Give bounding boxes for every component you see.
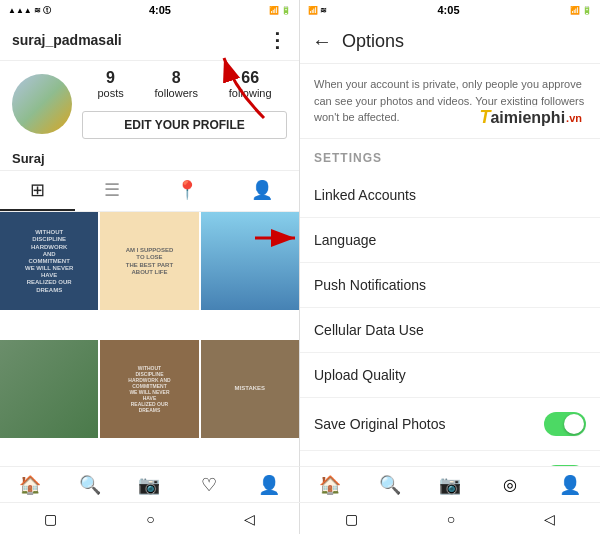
save-photos-toggle[interactable] <box>544 412 586 436</box>
avatar <box>12 74 72 134</box>
following-stat: 66 following <box>229 69 272 99</box>
language-item[interactable]: Language <box>300 218 600 263</box>
search-button[interactable]: 🔍 <box>60 467 120 502</box>
save-videos-toggle[interactable] <box>544 465 586 467</box>
tab-location[interactable]: 📍 <box>150 171 225 211</box>
photo-cell-3[interactable] <box>201 212 299 310</box>
more-icon[interactable]: ⋮ <box>267 28 287 52</box>
profile-username: suraj_padmasali <box>12 32 122 48</box>
photo-cell-6[interactable]: MISTAKES <box>201 340 299 438</box>
camera-button-right[interactable]: 📷 <box>420 474 480 496</box>
back-button[interactable]: ← <box>312 30 332 53</box>
cellular-data-item[interactable]: Cellular Data Use <box>300 308 600 353</box>
back-button-left[interactable]: ◁ <box>244 511 255 527</box>
tab-tagged[interactable]: 👤 <box>224 171 299 211</box>
heart-button[interactable]: ♡ <box>179 467 239 502</box>
upload-quality-item[interactable]: Upload Quality <box>300 353 600 398</box>
linked-accounts-item[interactable]: Linked Accounts <box>300 173 600 218</box>
profile-nav-tabs: ⊞ ☰ 📍 👤 <box>0 170 299 212</box>
settings-section-title: SETTINGS <box>300 139 600 173</box>
posts-stat: 9 posts <box>97 69 123 99</box>
tab-grid[interactable]: ⊞ <box>0 171 75 211</box>
taimienphi-logo: Taimienphi .vn <box>475 105 586 130</box>
right-status-battery: 📶 🔋 <box>570 6 592 15</box>
back-button-right[interactable]: ◁ <box>544 511 555 527</box>
profile-stats: 9 posts 8 followers 66 following EDIT YO… <box>82 69 287 139</box>
edit-profile-button[interactable]: EDIT YOUR PROFILE <box>82 111 287 139</box>
logo-suffix: .vn <box>566 112 582 124</box>
left-bottom-nav: 🏠 🔍 📷 ♡ 👤 <box>0 466 300 502</box>
profile-button-right[interactable]: 👤 <box>540 474 600 496</box>
left-status-time: 4:05 <box>149 4 171 16</box>
photo-cell-2[interactable]: Am I supposed to losethe best part about… <box>100 212 198 310</box>
photo-cell-5[interactable]: WITHOUT DISCIPLINEHARDWORK AND COMMITMEN… <box>100 340 198 438</box>
search-button-right[interactable]: 🔍 <box>360 474 420 496</box>
save-videos-item[interactable]: Save Videos After Posting <box>300 451 600 467</box>
followers-stat: 8 followers <box>155 69 198 99</box>
photo-grid: WITHOUT DISCIPLINEHARDWORK AND COMMITMEN… <box>0 212 299 466</box>
push-notifications-item[interactable]: Push Notifications <box>300 263 600 308</box>
photo-cell-4[interactable] <box>0 340 98 438</box>
right-bottom-nav: 🏠 🔍 📷 ◎ 👤 <box>300 466 600 502</box>
logo-t-letter: T <box>479 107 490 128</box>
home-button[interactable]: 🏠 <box>0 467 60 502</box>
save-original-photos-item[interactable]: Save Original Photos <box>300 398 600 451</box>
profile-name: Suraj <box>0 147 299 170</box>
photo-cell-1[interactable]: WITHOUT DISCIPLINEHARDWORK AND COMMITMEN… <box>0 212 98 310</box>
camera-button[interactable]: 📷 <box>120 467 180 502</box>
instagram-icon-right[interactable]: ◎ <box>480 475 540 494</box>
square-button-right[interactable]: ▢ <box>345 511 358 527</box>
right-status-time: 4:05 <box>437 4 459 16</box>
circle-button-left[interactable]: ○ <box>146 511 154 527</box>
profile-button[interactable]: 👤 <box>239 467 299 502</box>
options-header: ← Options <box>300 20 600 64</box>
options-title: Options <box>342 31 404 52</box>
home-button-right[interactable]: 🏠 <box>300 474 360 496</box>
tab-list[interactable]: ☰ <box>75 171 150 211</box>
square-button-left[interactable]: ▢ <box>44 511 57 527</box>
circle-button-right[interactable]: ○ <box>447 511 455 527</box>
left-status-right: 📶 🔋 <box>269 6 291 15</box>
left-status-icons: ▲▲▲ ≋ ⓣ <box>8 5 51 16</box>
logo-rest: aimienphi <box>490 109 565 127</box>
right-status-icons: 📶 ≋ <box>308 6 327 15</box>
instagram-header: suraj_padmasali ⋮ <box>0 20 299 61</box>
